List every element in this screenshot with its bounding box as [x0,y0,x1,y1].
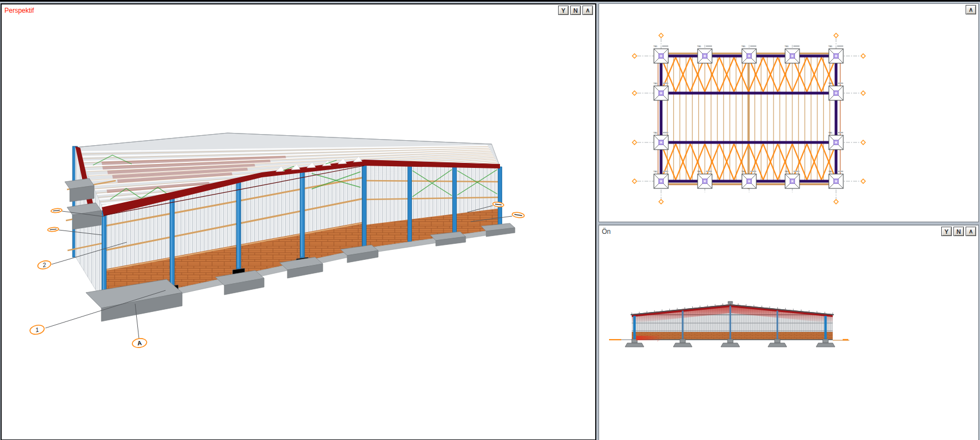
axis-balloon-edge-left-lower[interactable] [48,227,59,232]
view-n-button[interactable]: N [953,227,964,236]
svg-text:TB1: TB1 [785,45,789,48]
svg-text:TB1: TB1 [653,82,658,85]
svg-text:TB1: TB1 [697,45,702,48]
view-n-button[interactable]: N [570,6,581,15]
axis-balloon-edge-right-lower[interactable] [512,212,524,218]
svg-text:TB1: TB1 [828,82,833,85]
svg-text:TB1: TB1 [697,170,702,173]
view-y-button[interactable]: Y [941,227,952,236]
application-window: Perspektif Y N ∧ [0,0,980,440]
viewport-front[interactable]: Ön Y N ∧ [599,224,979,440]
axis-balloon-edge-left-upper[interactable] [51,208,63,213]
viewport-buttons-plan: ∧ [966,5,976,14]
plan-purlins [661,53,836,189]
viewport-perspective[interactable]: Perspektif Y N ∧ [1,3,596,440]
svg-text:TB1: TB1 [741,45,746,48]
svg-text:TB1: TB1 [653,170,658,173]
view-up-button[interactable]: ∧ [966,227,976,236]
axis-balloon-a[interactable]: A [132,337,147,348]
view-y-button[interactable]: Y [558,6,569,15]
svg-text:TB1: TB1 [828,170,833,173]
viewport-buttons-front: Y N ∧ [941,227,976,236]
svg-text:TB1: TB1 [828,131,833,134]
axis-balloon-a-label: A [137,339,142,346]
viewport-buttons-perspective: Y N ∧ [558,6,593,15]
view-up-button[interactable]: ∧ [582,6,593,15]
perspective-3d-canvas: 2 1 A [2,4,595,439]
plan-drawing-canvas: TB1TB1TB1TB1TB1TB1TB1TB1TB1TB1TB1TB1TB1T… [599,4,978,222]
axis-balloon-2[interactable]: 2 [37,259,52,270]
svg-text:TB1: TB1 [828,45,833,48]
viewport-title-perspective: Perspektif [4,7,34,14]
svg-text:TB1: TB1 [653,131,658,134]
svg-text:TB1: TB1 [741,170,746,173]
svg-text:TB1: TB1 [653,45,658,48]
axis-balloon-1[interactable]: 1 [29,324,45,335]
view-up-button[interactable]: ∧ [966,5,976,14]
front-elevation-drawing [609,301,849,347]
viewport-plan[interactable]: ∧ TB1TB1TB1TB1TB1TB1TB1TB1TB1TB1TB1TB1TB… [599,3,979,222]
viewport-title-front: Ön [602,228,611,236]
svg-text:TB1: TB1 [785,170,789,173]
front-elevation-canvas [599,226,978,439]
